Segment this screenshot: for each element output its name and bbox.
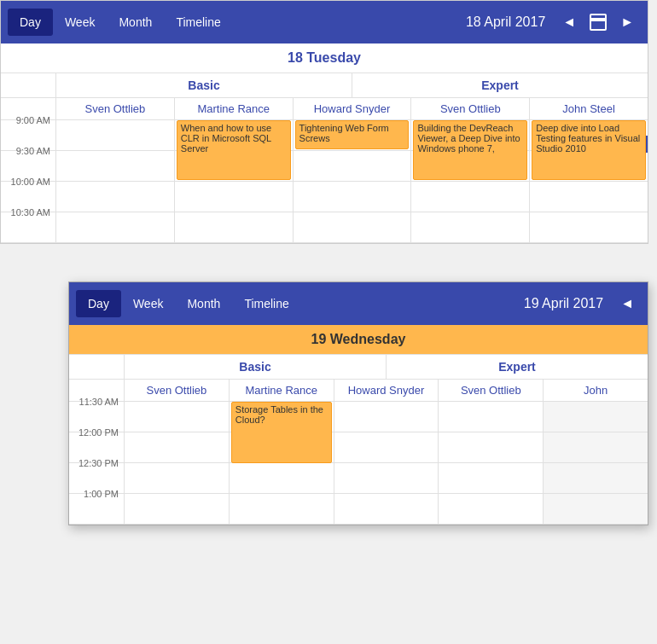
event-clr-1[interactable]: When and how to use CLR in Microsoft SQL… [177, 120, 291, 180]
nav-group-2: Day Week Month Timeline [76, 290, 301, 317]
toolbar-1: Day Week Month Timeline 18 April 2017 ◄ … [1, 1, 648, 44]
slot-900-sven2-1: Building the DevReach Viewer, a Deep Div… [411, 120, 530, 150]
popup-slot-1230-john-2 [544, 463, 648, 493]
week-tab-1[interactable]: Week [53, 9, 108, 36]
popup-group-expert-2: Expert [387, 355, 648, 379]
prev-btn-2[interactable]: ◄ [613, 293, 641, 315]
popup-slot-1130-john-2 [544, 402, 648, 432]
slot-900-john-1: Deep dive into Load Testing features in … [530, 120, 648, 150]
popup-day-header-2: 19 Wednesday [69, 325, 648, 355]
popup-slot-100-howard-2 [334, 494, 439, 524]
month-tab-2[interactable]: Month [175, 290, 232, 317]
slot-930-howard-1 [294, 151, 412, 181]
popup-slot-1130-sven2-2 [439, 402, 544, 432]
popup-resource-sven-2: Sven Ottlieb [125, 380, 230, 401]
calendar-icon-btn-1[interactable] [583, 10, 613, 34]
nav-right-1: 18 April 2017 ◄ ► [466, 10, 641, 34]
slot-900-martine-1: When and how to use CLR in Microsoft SQL… [175, 120, 294, 150]
event-devreach-1[interactable]: Building the DevReach Viewer, a Deep Div… [413, 120, 527, 180]
calendar-2-popup: Day Week Month Timeline 19 April 2017 ◄ … [68, 281, 648, 525]
popup-slot-100-john-2 [544, 494, 648, 524]
current-date-2: 19 April 2017 [524, 296, 603, 311]
resource-howard-1: Howard Snyder [294, 98, 412, 119]
popup-slot-100-sven-2 [125, 494, 230, 524]
next-btn-1[interactable]: ► [613, 11, 641, 33]
popup-slot-1200-sven2-2 [439, 432, 544, 462]
event-loadtest-1[interactable]: Deep dive into Load Testing features in … [532, 120, 646, 180]
slot-1030-martine-1 [175, 212, 294, 242]
popup-slot-100-sven2-2 [439, 494, 544, 524]
popup-resource-howard-2: Howard Snyder [334, 380, 439, 401]
slot-1030-sven-1 [56, 212, 175, 242]
day-tab-2[interactable]: Day [76, 290, 121, 317]
cal-grid-1: 18 Tuesday Basic Expert Sven Ottlieb Mar… [1, 44, 648, 243]
timeline-tab-1[interactable]: Timeline [164, 9, 232, 36]
toolbar-2: Day Week Month Timeline 19 April 2017 ◄ [69, 282, 648, 325]
popup-resource-sven2-2: Sven Ottlieb [439, 380, 544, 401]
popup-slot-1130-martine-2: Storage Tables in the Cloud? [230, 402, 334, 432]
slot-930-sven-1 [56, 151, 175, 181]
resource-john-1: John Steel [530, 98, 648, 119]
popup-slot-1230-sven-2 [125, 463, 230, 493]
popup-slot-100-martine-2 [230, 494, 334, 524]
week-tab-2[interactable]: Week [121, 290, 176, 317]
resource-sven2-1: Sven Ottlieb [411, 98, 530, 119]
popup-slot-1200-sven-2 [125, 432, 230, 462]
popup-time-placeholder-2 [69, 355, 125, 379]
popup-resource-john-2: John [544, 380, 648, 401]
popup-slot-1200-howard-2 [334, 432, 439, 462]
popup-cal-grid-2: 19 Wednesday Basic Expert Sven Ottlieb M… [69, 325, 648, 525]
slot-1000-howard-1 [294, 182, 412, 212]
resource-martine-1: Martine Rance [175, 98, 294, 119]
slot-1000-martine-1 [175, 182, 294, 212]
slot-1000-sven2-1 [411, 182, 530, 212]
slot-1030-sven2-1 [411, 212, 530, 242]
day-header-1: 18 Tuesday [1, 44, 648, 73]
slot-1030-john-1 [530, 212, 648, 242]
prev-btn-1[interactable]: ◄ [555, 11, 583, 33]
timeline-tab-2[interactable]: Timeline [232, 290, 300, 317]
month-tab-1[interactable]: Month [107, 9, 164, 36]
nav-right-2: 19 April 2017 ◄ [524, 293, 641, 315]
popup-slot-1130-sven-2 [125, 402, 230, 432]
popup-slot-1230-howard-2 [334, 463, 439, 493]
slot-900-sven-1 [56, 120, 175, 150]
slot-900-howard-1: Tightening Web Form Screws [294, 120, 412, 150]
group-expert-1: Expert [352, 73, 648, 97]
group-basic-1: Basic [56, 73, 352, 97]
slot-1000-sven-1 [56, 182, 175, 212]
popup-group-basic-2: Basic [125, 355, 387, 379]
calendar-icon-1 [590, 14, 607, 31]
current-date-1: 18 April 2017 [466, 15, 545, 30]
time-col-placeholder-1 [1, 73, 56, 97]
popup-slot-1200-john-2 [544, 432, 648, 462]
time-1030-1: 10:30 AM [1, 206, 56, 242]
resource-sven-1: Sven Ottlieb [56, 98, 175, 119]
calendar-1: Day Week Month Timeline 18 April 2017 ◄ … [0, 0, 648, 244]
slot-1000-john-1 [530, 182, 648, 212]
event-webform-1[interactable]: Tightening Web Form Screws [295, 120, 410, 149]
popup-slot-1230-sven2-2 [439, 463, 544, 493]
popup-slot-1130-howard-2 [334, 402, 439, 432]
popup-resource-martine-2: Martine Rance [230, 380, 334, 401]
day-tab-1[interactable]: Day [8, 9, 53, 36]
popup-event-storage-2[interactable]: Storage Tables in the Cloud? [231, 402, 332, 463]
slot-1030-howard-1 [294, 212, 412, 242]
popup-slot-1230-martine-2 [230, 463, 334, 493]
nav-group-1: Day Week Month Timeline [8, 9, 233, 36]
popup-time-100-2: 1:00 PM [69, 487, 125, 524]
